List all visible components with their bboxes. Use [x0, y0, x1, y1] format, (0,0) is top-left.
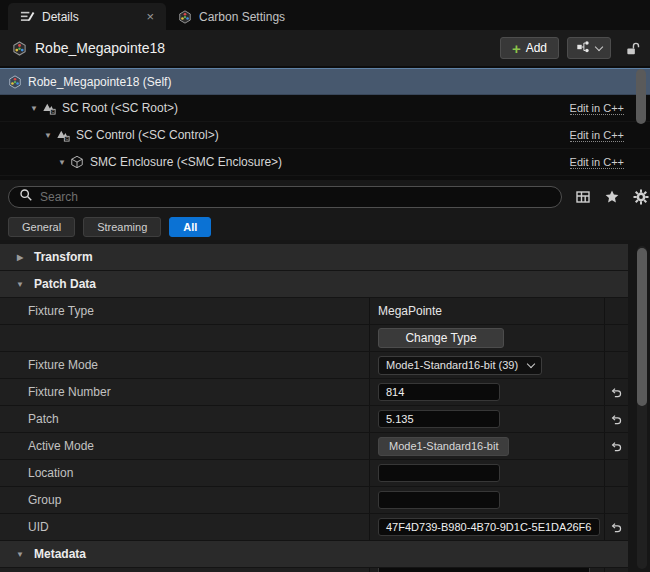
- reset-to-default-icon[interactable]: [610, 440, 623, 453]
- filter-streaming-button[interactable]: Streaming: [83, 217, 161, 237]
- section-patch-data-label: Patch Data: [34, 277, 96, 291]
- reset-to-default-icon[interactable]: [610, 521, 623, 534]
- collapse-arrow-icon: ▶: [14, 253, 26, 262]
- row-fixture-number: Fixture Number 814: [0, 379, 628, 406]
- tree-row-sc-control[interactable]: ▼ C SC Control (<SC Control>) Edit in C+…: [0, 122, 650, 149]
- reset-to-default-icon[interactable]: [610, 413, 623, 426]
- filter-row: General Streaming All: [0, 213, 650, 240]
- expand-arrow-icon[interactable]: ▼: [28, 104, 40, 113]
- actor-hexagon-icon: [12, 41, 27, 56]
- blueprint-hierarchy-dropdown[interactable]: [567, 37, 611, 59]
- tab-carbon-label: Carbon Settings: [199, 10, 285, 24]
- property-grid: ▶ Transform ▼ Patch Data Fixture Type Me…: [0, 244, 628, 572]
- edit-in-cpp-link[interactable]: Edit in C++: [570, 156, 624, 169]
- expand-arrow-icon[interactable]: ▼: [42, 131, 54, 140]
- plus-icon: +: [512, 41, 521, 56]
- details-icon: [20, 9, 35, 24]
- actor-title: Robe_Megapointe18: [35, 40, 165, 56]
- component-tree: Robe_Megapointe18 (Self) ▼ C SC Root (<S…: [0, 66, 650, 180]
- row-fixture-type: Fixture Type MegaPointe: [0, 298, 628, 325]
- edit-in-cpp-link[interactable]: Edit in C++: [570, 102, 624, 115]
- fixture-mode-label: Fixture Mode: [0, 352, 370, 378]
- row-location: Location: [0, 460, 628, 487]
- patch-input[interactable]: 5.135: [378, 410, 500, 428]
- row-uid: UID 47F4D739-B980-4B70-9D1C-5E1DA26F6: [0, 514, 628, 541]
- fixture-number-input[interactable]: 814: [378, 383, 500, 401]
- row-fixture-mode: Fixture Mode Mode1-Standard16-bit (39): [0, 352, 628, 379]
- add-button-label: Add: [526, 41, 547, 55]
- search-icon: [19, 188, 33, 205]
- tree-row-label: Robe_Megapointe18 (Self): [28, 75, 171, 89]
- filter-all-button[interactable]: All: [169, 217, 211, 237]
- section-transform-label: Transform: [34, 250, 93, 264]
- fixture-number-label: Fixture Number: [0, 379, 370, 405]
- node-graph-icon: [576, 40, 590, 57]
- close-icon[interactable]: ×: [146, 10, 154, 23]
- scene-component-icon: C: [42, 101, 56, 115]
- tree-row-label: SMC Enclosure (<SMC Enclosure>): [90, 155, 282, 169]
- add-component-button[interactable]: + Add: [500, 37, 559, 59]
- tab-bar: Details × Carbon Settings: [0, 0, 650, 30]
- tab-details[interactable]: Details ×: [8, 3, 166, 30]
- search-row: [0, 180, 650, 213]
- fixture-mode-value: Mode1-Standard16-bit (39): [386, 359, 522, 371]
- scene-component-icon: C: [56, 128, 70, 142]
- search-box[interactable]: [8, 186, 562, 208]
- tree-row-sc-root[interactable]: ▼ C SC Root (<SC Root>) Edit in C++: [0, 95, 650, 122]
- unlock-icon[interactable]: [625, 41, 640, 56]
- patch-label: Patch: [0, 406, 370, 432]
- svg-text:C: C: [51, 109, 54, 114]
- filter-general-button[interactable]: General: [8, 217, 75, 237]
- chevron-down-icon: [527, 359, 535, 367]
- active-mode-value: Mode1-Standard16-bit: [378, 437, 509, 456]
- tree-row-self[interactable]: Robe_Megapointe18 (Self): [0, 68, 650, 95]
- uid-label: UID: [0, 514, 370, 540]
- main-scrollbar-thumb[interactable]: [637, 248, 647, 406]
- details-panel: Details × Carbon Settings: [0, 0, 650, 572]
- favorites-star-icon[interactable]: [604, 189, 620, 205]
- search-input[interactable]: [40, 190, 551, 204]
- fixture-mode-dropdown[interactable]: Mode1-Standard16-bit (39): [378, 356, 542, 375]
- row-patch: Patch 5.135: [0, 406, 628, 433]
- reset-to-default-icon[interactable]: [610, 386, 623, 399]
- carbon-hexagon-icon: [178, 10, 192, 24]
- fixture-type-label: Fixture Type: [0, 298, 370, 324]
- actor-header: Robe_Megapointe18 + Add: [0, 30, 650, 66]
- change-type-button[interactable]: Change Type: [378, 328, 504, 348]
- section-transform[interactable]: ▶ Transform: [0, 244, 628, 271]
- tab-carbon-settings[interactable]: Carbon Settings: [166, 3, 297, 30]
- row-clipped: [0, 568, 628, 572]
- uid-input[interactable]: 47F4D739-B980-4B70-9D1C-5E1DA26F6: [378, 518, 600, 536]
- row-group: Group: [0, 487, 628, 514]
- tree-row-label: SC Root (<SC Root>): [62, 101, 178, 115]
- location-label: Location: [0, 460, 370, 486]
- settings-gear-icon[interactable]: [633, 189, 649, 205]
- section-metadata[interactable]: ▼ Metadata: [0, 541, 628, 568]
- expand-arrow-icon: ▼: [14, 280, 26, 289]
- chevron-down-icon: [595, 42, 603, 50]
- expand-arrow-icon: ▼: [14, 550, 26, 559]
- static-mesh-cube-icon: [70, 155, 84, 169]
- row-active-mode: Active Mode Mode1-Standard16-bit: [0, 433, 628, 460]
- expand-arrow-icon[interactable]: ▼: [56, 158, 68, 167]
- active-mode-label: Active Mode: [0, 433, 370, 459]
- group-label: Group: [0, 487, 370, 513]
- section-patch-data[interactable]: ▼ Patch Data: [0, 271, 628, 298]
- group-input[interactable]: [378, 491, 500, 509]
- tree-row-label: SC Control (<SC Control>): [76, 128, 219, 142]
- row-change-type: Change Type: [0, 325, 628, 352]
- tree-scrollbar-thumb[interactable]: [636, 69, 646, 124]
- tree-row-clipped: [0, 176, 650, 180]
- section-metadata-label: Metadata: [34, 547, 86, 561]
- edit-in-cpp-link[interactable]: Edit in C++: [570, 129, 624, 142]
- tree-row-smc-enclosure[interactable]: ▼ SMC Enclosure (<SMC Enclosure>) Edit i…: [0, 149, 650, 176]
- tab-details-label: Details: [42, 10, 79, 24]
- svg-text:C: C: [65, 136, 68, 141]
- location-input[interactable]: [378, 464, 500, 482]
- display-grid-icon[interactable]: [575, 189, 591, 205]
- fixture-type-value: MegaPointe: [378, 304, 442, 318]
- actor-hexagon-icon: [8, 75, 22, 89]
